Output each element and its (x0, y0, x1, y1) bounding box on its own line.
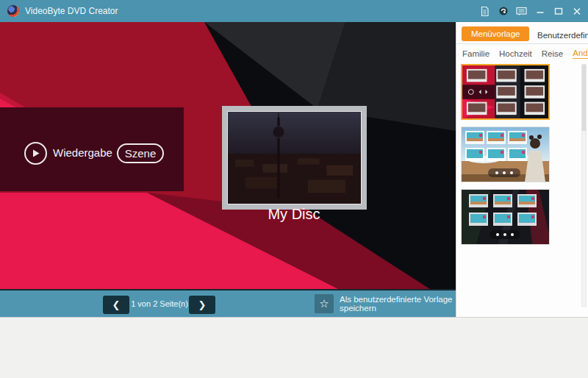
app-title: VideoByte DVD Creator (25, 0, 118, 22)
register-document-icon[interactable] (479, 6, 490, 17)
category-andere[interactable]: Andere (573, 49, 588, 59)
title-bar: VideoByte DVD Creator (0, 0, 588, 22)
app-window: VideoByte DVD Creator (0, 0, 588, 378)
page-indicator: 1 von 2 Seite(n) (134, 290, 185, 317)
category-reise[interactable]: Reise (542, 49, 563, 58)
survey-icon[interactable] (516, 6, 527, 17)
previous-page-button[interactable]: ❮ (103, 296, 129, 314)
options-panel: Hintergrundmusik hinzufügen: ... Loop-Wi… (0, 317, 588, 378)
minimize-icon[interactable] (534, 6, 545, 17)
menu-play-label[interactable]: Wiedergabe (53, 146, 112, 159)
disc-title[interactable]: My Disc (220, 206, 368, 223)
template-item-night-road[interactable] (461, 189, 550, 245)
window-controls (479, 0, 582, 22)
menu-play-button[interactable] (24, 142, 47, 165)
app-logo-icon (7, 5, 19, 17)
template-item-desert[interactable] (461, 126, 550, 182)
next-page-button[interactable]: ❯ (189, 296, 215, 314)
save-template-label[interactable]: Als benutzerdefinierte Vorlage speichern (340, 290, 456, 317)
play-icon (31, 149, 40, 158)
template-category-row: Familie Hochzeit Reise Andere ◀▶ (456, 45, 588, 62)
tab-custom-template[interactable]: Benutzerdefinierte (537, 28, 588, 43)
pager-bar: ❮ 1 von 2 Seite(n) ❯ ☆ Als benutzerdefin… (0, 289, 456, 317)
template-item-red-black[interactable] (461, 64, 550, 120)
tab-menu-template[interactable]: Menüvorlage (462, 26, 529, 41)
menu-scene-button[interactable]: Szene (117, 143, 164, 163)
sidebar-scrollbar[interactable] (581, 64, 587, 307)
sidebar-scrollbar-thumb[interactable] (582, 65, 586, 131)
sidebar-tab-row: Menüvorlage Benutzerdefinierte (456, 22, 588, 44)
category-hochzeit[interactable]: Hochzeit (499, 49, 532, 58)
category-familie[interactable]: Familie (462, 49, 490, 58)
save-template-star-icon[interactable]: ☆ (315, 294, 334, 313)
feedback-icon[interactable] (498, 6, 509, 17)
close-icon[interactable] (571, 6, 582, 17)
disc-thumbnail-photo (227, 111, 362, 204)
disc-thumbnail-frame[interactable] (222, 106, 367, 210)
template-list (461, 64, 550, 245)
menu-template-preview: Wiedergabe Szene (0, 22, 456, 289)
maximize-icon[interactable] (553, 6, 564, 17)
template-sidebar: Menüvorlage Benutzerdefinierte Familie H… (456, 22, 588, 317)
